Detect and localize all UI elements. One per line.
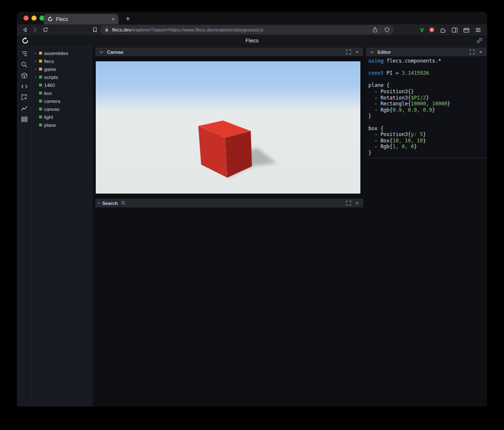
browser-toolbar: flecs.dev/explorer/?wasm=https://www.fle… — [17, 24, 487, 35]
left-sidebar: ›assemblies›flecs›game›scripts›1460›box›… — [17, 47, 93, 406]
entity-kind-icon — [39, 68, 42, 71]
url-text: flecs.dev/explorer/?wasm=https://www.fle… — [112, 27, 369, 32]
code-line: - Position3{y: 5} — [368, 131, 487, 138]
canvas-panel-header[interactable]: Canvas × — [95, 47, 363, 56]
menu-icon[interactable] — [475, 27, 481, 33]
url-path: /explorer/?wasm=https://www.flecs.dev/ex… — [131, 27, 263, 32]
tree-item-label: game — [44, 67, 56, 72]
chevron-down-icon[interactable] — [98, 49, 105, 55]
entity-kind-icon — [39, 108, 42, 110]
editor-panel-header[interactable]: Editor × — [366, 47, 487, 56]
queries-rows-icon[interactable] — [21, 116, 28, 123]
code-line: - Box{10, 10, 10} — [368, 138, 487, 144]
code-line: - Position3{} — [368, 89, 487, 95]
disclosure-chevron-icon[interactable]: › — [34, 59, 37, 63]
outliner-icon[interactable] — [21, 50, 28, 57]
code-line — [368, 119, 487, 126]
tab-title: Flecs — [56, 16, 108, 22]
search-icon[interactable] — [21, 61, 28, 68]
entity-kind-icon — [39, 100, 42, 102]
fullscreen-icon[interactable] — [345, 200, 352, 206]
extension-buttons: V — [420, 24, 481, 35]
address-bar-divider — [381, 27, 381, 33]
stats-chart-icon[interactable] — [21, 105, 28, 112]
page-title: Flecs — [17, 35, 487, 46]
address-bar[interactable]: flecs.dev/explorer/?wasm=https://www.fle… — [100, 25, 394, 34]
close-panel-icon[interactable]: × — [354, 49, 360, 55]
reload-icon[interactable] — [42, 26, 49, 33]
tree-item-1460[interactable]: ›1460 — [32, 81, 93, 89]
entity-kind-icon — [39, 92, 42, 94]
tree-item-label: light — [44, 115, 53, 120]
tree-item-label: flecs — [44, 59, 54, 64]
app-header: Flecs — [17, 35, 487, 47]
share-link-icon[interactable] — [476, 37, 483, 44]
fullscreen-icon[interactable] — [345, 49, 352, 55]
code-line: plane { — [368, 82, 487, 89]
close-panel-icon[interactable]: × — [478, 49, 484, 55]
tree-item-label: plane — [44, 123, 56, 128]
code-line: const PI = 3.1415926 — [368, 70, 487, 76]
entity-kind-icon — [39, 60, 42, 63]
tab-favicon-icon — [47, 16, 53, 22]
back-icon[interactable] — [22, 26, 29, 33]
code-line: - Rotation3{$PI/2} — [368, 95, 487, 101]
entity-kind-icon — [39, 123, 42, 126]
bookmark-icon[interactable] — [92, 26, 98, 33]
canvas-panel-title: Canvas — [107, 50, 123, 55]
browser-window: Flecs × + — [17, 12, 487, 406]
code-line — [368, 76, 487, 83]
tree-item-flecs[interactable]: ›flecs — [32, 57, 93, 65]
entities-cube-icon[interactable] — [21, 72, 28, 79]
tree-item-canvas[interactable]: ›canvas — [32, 105, 93, 113]
3d-viewport[interactable] — [96, 61, 360, 194]
app-main: ›assemblies›flecs›game›scripts›1460›box›… — [17, 47, 487, 406]
tree-item-assemblies[interactable]: ›assemblies — [32, 49, 93, 57]
code-line: - Rectangle{10000, 10000} — [368, 101, 487, 107]
code-line: using flecs.components.* — [368, 58, 487, 64]
code-line — [368, 64, 487, 71]
code-line: } — [368, 150, 487, 156]
code-line: box { — [368, 126, 487, 132]
close-panel-icon[interactable]: × — [354, 200, 360, 206]
url-domain: flecs.dev — [112, 27, 131, 32]
browser-tab[interactable]: Flecs × — [44, 14, 118, 24]
tree-item-box[interactable]: ›box — [32, 89, 93, 97]
tab-close-icon[interactable]: × — [111, 16, 115, 22]
red-extension-icon[interactable] — [429, 27, 434, 32]
tree-item-label: 1460 — [44, 83, 55, 88]
wallet-icon[interactable] — [463, 27, 470, 33]
tree-item-scripts[interactable]: ›scripts — [32, 73, 93, 81]
search-panel-title: Search — [102, 201, 118, 206]
sidebar-toggle-icon[interactable] — [452, 27, 458, 33]
chevron-down-icon[interactable] — [369, 49, 375, 55]
close-window-button[interactable] — [24, 16, 29, 21]
minimize-window-button[interactable] — [32, 16, 37, 21]
collapsed-bullet-icon[interactable]: • — [98, 201, 100, 205]
tree-item-label: box — [44, 91, 52, 96]
code-icon[interactable] — [21, 83, 28, 90]
entity-kind-icon — [39, 115, 42, 118]
search-magnifier-icon — [120, 200, 126, 206]
new-tab-button[interactable]: + — [123, 14, 133, 24]
tree-item-camera[interactable]: ›camera — [32, 97, 93, 105]
tree-item-light[interactable]: ›light — [32, 113, 93, 121]
inspect-cursor-icon[interactable] — [21, 94, 28, 101]
share-icon[interactable] — [372, 27, 378, 33]
editor-panel-title: Editor — [378, 50, 391, 55]
search-panel-header[interactable]: • Search × — [95, 199, 363, 207]
fullscreen-icon[interactable] — [469, 49, 475, 55]
brave-shield-icon[interactable] — [384, 27, 390, 33]
tree-item-game[interactable]: ›game — [32, 65, 93, 73]
tree-item-label: camera — [44, 99, 60, 104]
tree-item-plane[interactable]: ›plane — [32, 121, 93, 129]
editor-code[interactable]: using flecs.components.* const PI = 3.14… — [366, 56, 487, 158]
screenshot-root: Flecs × + — [0, 0, 504, 430]
disclosure-chevron-icon[interactable]: › — [34, 51, 37, 55]
code-line: } — [368, 113, 487, 119]
vimium-extension-icon[interactable]: V — [420, 27, 424, 33]
disclosure-chevron-icon[interactable]: › — [34, 75, 37, 79]
extensions-puzzle-icon[interactable] — [440, 27, 446, 33]
disclosure-chevron-icon[interactable]: › — [34, 67, 37, 71]
forward-icon[interactable] — [32, 26, 39, 33]
